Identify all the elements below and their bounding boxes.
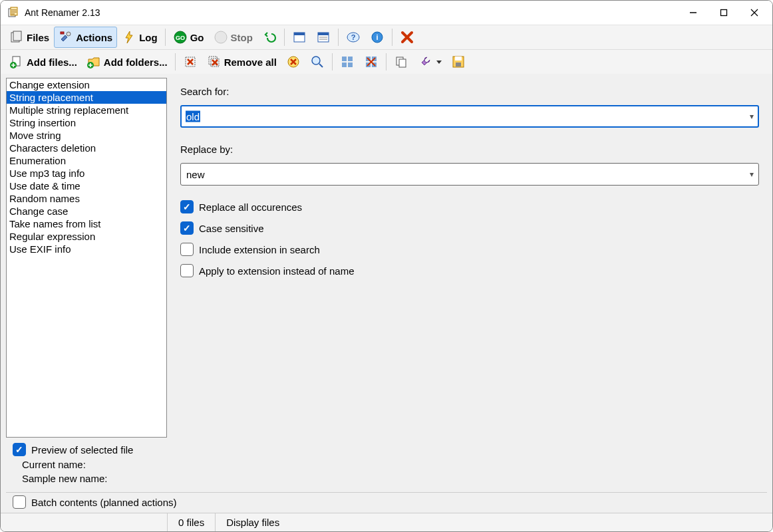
svg-line-31	[319, 64, 323, 67]
replace-by-input[interactable]	[180, 163, 759, 186]
svg-rect-3	[721, 10, 727, 16]
undo-button[interactable]	[257, 27, 281, 48]
batch-section: Batch contents (planned actions)	[6, 492, 767, 513]
apply-to-extension-checkbox[interactable]: Apply to extension instead of name	[180, 264, 759, 277]
replace-by-label: Replace by:	[180, 144, 759, 155]
preview-section: Preview of selected file Current name: S…	[6, 442, 767, 488]
tools-icon	[59, 30, 73, 45]
window-icon	[292, 30, 307, 45]
go-icon: GO	[173, 30, 188, 45]
log-tab[interactable]: Log	[117, 27, 162, 48]
svg-text:GO: GO	[176, 35, 185, 41]
delete-x-icon	[400, 30, 414, 45]
svg-rect-16	[318, 33, 329, 35]
svg-rect-9	[61, 32, 64, 34]
svg-point-12	[215, 31, 227, 43]
checkbox-icon	[13, 495, 26, 509]
svg-rect-35	[348, 63, 353, 67]
operation-item[interactable]: Use date & time	[7, 180, 166, 192]
search-for-combo[interactable]: old ▾	[180, 105, 759, 128]
svg-rect-7	[13, 31, 21, 41]
replace-all-checkbox[interactable]: Replace all occurences	[180, 200, 759, 213]
maximize-button[interactable]	[708, 2, 739, 23]
about-button[interactable]: i	[365, 27, 389, 48]
remove-all-icon	[207, 55, 222, 69]
operation-panel: Search for: old ▾ Replace by: ▾	[180, 78, 767, 438]
checkbox-icon	[180, 221, 194, 235]
operation-item[interactable]: Take names from list	[7, 217, 166, 230]
status-bar: 0 files Display files	[1, 513, 772, 531]
grid-icon	[340, 55, 355, 69]
actions-tab[interactable]: Actions	[54, 27, 117, 48]
select-all-button[interactable]	[335, 51, 359, 72]
operation-item[interactable]: String insertion	[7, 116, 166, 129]
operation-list[interactable]: Change extensionString replacementMultip…	[6, 78, 167, 438]
select-none-button[interactable]	[359, 51, 383, 72]
preview-checkbox[interactable]: Preview of selected file	[13, 443, 133, 456]
add-file-icon	[9, 55, 24, 69]
operation-item[interactable]: Use mp3 tag info	[7, 167, 166, 180]
add-files-button[interactable]: Add files...	[5, 51, 82, 72]
batch-new-button[interactable]	[287, 27, 311, 48]
checkbox-icon	[180, 200, 194, 213]
operation-item[interactable]: Regular expression	[7, 230, 166, 243]
svg-rect-44	[456, 63, 461, 66]
operation-item[interactable]: Enumeration	[7, 154, 166, 167]
operation-item[interactable]: Random names	[7, 192, 166, 205]
files-tab[interactable]: Files	[5, 27, 54, 48]
options-button[interactable]	[413, 51, 446, 72]
svg-rect-33	[348, 57, 353, 61]
copy-button[interactable]	[389, 51, 413, 72]
checkbox-icon	[180, 243, 194, 256]
svg-rect-41	[399, 59, 406, 67]
operation-item[interactable]: Move string	[7, 129, 166, 142]
search-for-input[interactable]	[180, 105, 759, 128]
current-name-row: Current name:	[13, 459, 763, 470]
grid-x-icon	[364, 55, 379, 69]
help-button[interactable]: ?	[341, 27, 365, 48]
add-folders-button[interactable]: Add folders...	[82, 51, 172, 72]
remove-dead-button[interactable]	[281, 51, 305, 72]
batch-open-button[interactable]	[311, 27, 335, 48]
svg-rect-14	[294, 33, 305, 35]
minimize-button[interactable]	[678, 2, 708, 23]
files-icon	[9, 30, 24, 45]
remove-selected-button[interactable]	[178, 51, 202, 72]
window-list-icon	[316, 30, 331, 45]
operation-item[interactable]: String replacement	[7, 91, 166, 104]
wrench-icon	[418, 55, 432, 69]
include-extension-checkbox[interactable]: Include extension in search	[180, 243, 759, 256]
status-display[interactable]: Display files	[215, 513, 290, 531]
save-button[interactable]	[446, 51, 470, 72]
help-icon: ?	[346, 30, 361, 45]
operation-item[interactable]: Change extension	[7, 78, 166, 91]
remove-bad-icon	[286, 55, 301, 69]
delete-button[interactable]	[395, 27, 419, 48]
svg-text:i: i	[376, 33, 378, 41]
batch-checkbox[interactable]: Batch contents (planned actions)	[13, 495, 760, 509]
close-button[interactable]	[739, 2, 770, 23]
operation-item[interactable]: Change case	[7, 205, 166, 217]
magnifier-icon	[310, 55, 325, 69]
case-sensitive-checkbox[interactable]: Case sensitive	[180, 221, 759, 235]
checkbox-icon	[180, 264, 194, 277]
undo-icon	[262, 30, 277, 45]
remove-all-button[interactable]: Remove all	[202, 51, 281, 72]
operation-item[interactable]: Multiple string replacement	[7, 104, 166, 116]
svg-rect-43	[455, 57, 462, 61]
stop-button[interactable]: Stop	[209, 27, 257, 48]
replace-by-combo[interactable]: ▾	[180, 163, 759, 186]
info-icon: i	[370, 30, 385, 45]
chevron-down-icon	[436, 61, 442, 64]
stop-icon	[214, 30, 228, 45]
operation-item[interactable]: Characters deletion	[7, 142, 166, 154]
svg-text:?: ?	[351, 33, 356, 41]
preview-button[interactable]	[305, 51, 329, 72]
main-toolbar: Files Actions Log GO Go Stop ? i	[1, 25, 772, 49]
svg-point-30	[312, 57, 320, 65]
go-button[interactable]: GO Go	[168, 27, 209, 48]
remove-item-icon	[183, 55, 198, 69]
svg-point-8	[67, 32, 71, 36]
lightning-icon	[122, 30, 136, 45]
operation-item[interactable]: Use EXIF info	[7, 243, 166, 255]
